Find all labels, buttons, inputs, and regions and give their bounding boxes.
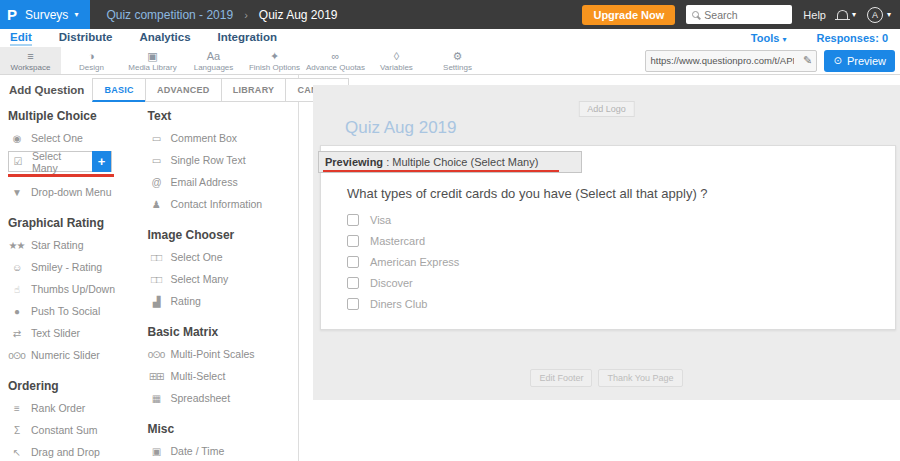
toolbar-languages[interactable]: AaLanguages <box>183 47 244 74</box>
toolbar-design[interactable]: ◑Design <box>61 47 122 74</box>
bell-icon <box>837 10 848 19</box>
option-label: Diners Club <box>370 298 427 310</box>
question-type-text-slider[interactable]: ⇄Text Slider <box>8 322 140 344</box>
checkbox-mastercard[interactable] <box>347 235 359 247</box>
email-address-icon: @ <box>148 177 165 188</box>
question-type-contact-information[interactable]: ♟Contact Information <box>148 193 298 215</box>
surveys-menu-label: Surveys ▾ <box>25 8 78 22</box>
question-type-multi-select[interactable]: ⊞⊞Multi-Select <box>148 365 298 387</box>
toolbar-settings[interactable]: ⚙Settings <box>427 47 488 74</box>
question-type-label: Smiley - Rating <box>31 261 102 273</box>
chevron-down-icon: ▾ <box>74 11 78 19</box>
options-list: VisaMastercardAmerican ExpressDiscoverDi… <box>347 214 895 310</box>
question-type-select-one[interactable]: ◉Select One <box>8 127 140 149</box>
preview-footer-buttons: Edit FooterThank You Page <box>313 369 900 387</box>
question-type-label: Select One <box>171 251 223 263</box>
top-bar: P Surveys ▾ Quiz competition - 2019 › Qu… <box>0 0 900 29</box>
toolbar-variables[interactable]: ◊Variables <box>366 47 427 74</box>
question-type-drag-and-drop[interactable]: ↖Drag and Drop <box>8 441 140 461</box>
tab-distribute[interactable]: Distribute <box>59 31 113 46</box>
question-type-comment-box[interactable]: ▭Comment Box <box>148 127 298 149</box>
checkbox-visa[interactable] <box>347 214 359 226</box>
option-row-american-express: American Express <box>347 256 895 268</box>
responses-count[interactable]: Responses: 0 <box>816 32 888 44</box>
question-type-push-to-social[interactable]: ●Push To Social <box>8 300 140 322</box>
panel-tab-basic[interactable]: BASIC <box>92 78 146 102</box>
editor-toolbar: ≡Workspace◑Design▣Media LibraryAaLanguag… <box>0 47 900 75</box>
settings-icon: ⚙ <box>453 50 463 62</box>
drag-and-drop-icon: ↖ <box>8 447 25 458</box>
languages-icon: Aa <box>207 50 220 62</box>
selected-question-type-wrap: ☑Select Many+ <box>8 151 140 177</box>
help-link[interactable]: Help <box>803 9 826 21</box>
question-type-spreadsheet[interactable]: ▦Spreadsheet <box>148 387 298 409</box>
tools-menu[interactable]: Tools ▾ <box>751 32 787 44</box>
nav-right: Tools ▾ Responses: 0 <box>751 32 900 44</box>
thank-you-page-button[interactable]: Thank You Page <box>598 369 682 387</box>
question-type-label: Spreadsheet <box>171 392 231 404</box>
question-type-constant-sum[interactable]: ΣConstant Sum <box>8 419 140 441</box>
panel-tab-advanced[interactable]: ADVANCED <box>145 78 222 102</box>
toolbar-finish-options[interactable]: ✦Finish Options <box>244 47 305 74</box>
tab-edit[interactable]: Edit <box>10 31 32 46</box>
section-image-chooser: Image Chooser□□Select One□□Select Many▟R… <box>148 228 298 312</box>
panel-tab-library[interactable]: LIBRARY <box>221 78 287 102</box>
breadcrumb-parent-link[interactable]: Quiz competition - 2019 <box>106 8 233 22</box>
select-one-icon: □□ <box>148 252 165 263</box>
section-multiple-choice: Multiple Choice◉Select One☑Select Many+▼… <box>8 109 140 203</box>
panel-header: Add Question BASICADVANCEDLIBRARYCANVAS … <box>0 78 298 102</box>
question-type-email-address[interactable]: @Email Address <box>148 171 298 193</box>
question-type-smiley-rating[interactable]: ☺Smiley - Rating <box>8 256 140 278</box>
account-menu[interactable]: A ▾ <box>867 7 891 23</box>
spreadsheet-icon: ▦ <box>148 393 165 404</box>
tab-integration[interactable]: Integration <box>218 31 277 46</box>
question-type-label: Drag and Drop <box>31 446 100 458</box>
toolbar-media-library[interactable]: ▣Media Library <box>122 47 183 74</box>
option-row-visa: Visa <box>347 214 895 226</box>
question-type-multi-point-scales[interactable]: o⊙oMulti-Point Scales <box>148 343 298 365</box>
question-type-rating[interactable]: ▟Rating <box>148 290 298 312</box>
edit-url-icon[interactable]: ✎ <box>798 54 816 67</box>
multi-select-icon: ⊞⊞ <box>148 371 165 382</box>
question-type-select-many[interactable]: □□Select Many <box>148 268 298 290</box>
surveys-menu[interactable]: P Surveys ▾ <box>0 0 90 29</box>
search-input[interactable] <box>704 9 786 21</box>
question-type-single-row-text[interactable]: ▭Single Row Text <box>148 149 298 171</box>
question-type-label: Comment Box <box>171 132 238 144</box>
question-type-rank-order[interactable]: ≡Rank Order <box>8 397 140 419</box>
rating-icon: ▟ <box>148 296 165 307</box>
question-type-select-one[interactable]: □□Select One <box>148 246 298 268</box>
question-type-label: Multi-Select <box>171 370 226 382</box>
search-box[interactable] <box>686 5 792 24</box>
checkbox-diners-club[interactable] <box>347 298 359 310</box>
toolbar-advance-quotas[interactable]: ∞Advance Quotas <box>305 47 366 74</box>
upgrade-now-button[interactable]: Upgrade Now <box>582 5 675 25</box>
toolbar-workspace[interactable]: ≡Workspace <box>0 47 61 74</box>
question-type-star-rating[interactable]: ★★Star Rating <box>8 234 140 256</box>
survey-url-input[interactable] <box>646 55 798 66</box>
question-type-label: Date / Time <box>171 445 225 457</box>
option-row-mastercard: Mastercard <box>347 235 895 247</box>
question-type-drop-down-menu[interactable]: ▼Drop-down Menu <box>8 181 140 203</box>
toolbar-item-label: Variables <box>380 63 413 72</box>
questionpro-survey-editor: P Surveys ▾ Quiz competition - 2019 › Qu… <box>0 0 900 461</box>
avatar: A <box>867 7 883 23</box>
chevron-down-icon: ▾ <box>782 35 786 44</box>
constant-sum-icon: Σ <box>8 425 25 436</box>
edit-footer-button[interactable]: Edit Footer <box>530 369 592 387</box>
tab-analytics[interactable]: Analytics <box>139 31 190 46</box>
toolbar-item-label: Media Library <box>128 63 176 72</box>
question-type-date-time[interactable]: ▣Date / Time <box>148 440 298 461</box>
question-type-thumbs-up-down[interactable]: ☝Thumbs Up/Down <box>8 278 140 300</box>
topbar-actions: Upgrade Now Help ▾ A ▾ <box>582 5 900 25</box>
add-logo-button[interactable]: Add Logo <box>578 101 635 117</box>
question-type-numeric-slider[interactable]: o⊙oNumeric Slider <box>8 344 140 366</box>
notifications-menu[interactable]: ▾ <box>837 10 856 19</box>
checkbox-american-express[interactable] <box>347 256 359 268</box>
add-question-panel: Add Question BASICADVANCEDLIBRARYCANVAS … <box>0 75 299 461</box>
checkbox-discover[interactable] <box>347 277 359 289</box>
question-type-select-many-selected[interactable]: ☑Select Many+ <box>8 151 112 172</box>
question-type-label: Push To Social <box>31 305 100 317</box>
add-select-many-button[interactable]: + <box>92 151 111 172</box>
preview-button[interactable]: ⊙ Preview <box>824 50 895 72</box>
